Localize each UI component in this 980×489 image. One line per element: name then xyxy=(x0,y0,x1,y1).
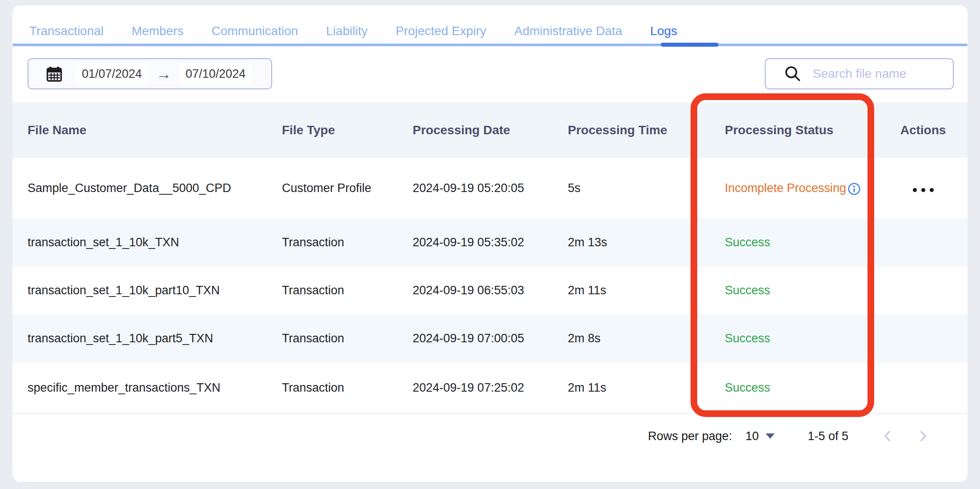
file-type-cell: Transaction xyxy=(282,284,413,297)
pagination-range: 1-5 of 5 xyxy=(807,429,848,443)
file-type-cell: Transaction xyxy=(282,332,413,345)
file-name-cell: transaction_set_1_10k_part5_TXN xyxy=(28,332,282,345)
active-tab-indicator xyxy=(661,43,719,47)
processing-date-cell: 2024-09-19 07:00:05 xyxy=(413,332,568,345)
logs-panel: Transactional Members Communication Liab… xyxy=(12,5,968,482)
file-type-cell: Transaction xyxy=(282,236,413,249)
file-name-cell: transaction_set_1_10k_TXN xyxy=(28,236,282,249)
calendar-icon xyxy=(45,65,63,83)
file-type-cell: Customer Profile xyxy=(282,181,413,195)
table-row: transaction_set_1_10k_TXN Transaction 20… xyxy=(12,218,968,267)
table-row: specific_member_transactions_TXN Transac… xyxy=(12,363,968,414)
actions-menu-button[interactable] xyxy=(911,185,936,195)
processing-time-cell: 5s xyxy=(568,181,725,195)
pagination-bar: Rows per page: 10 1-5 of 5 xyxy=(648,422,929,450)
tab-liability[interactable]: Liability xyxy=(326,24,367,38)
tab-projected-expiry[interactable]: Projected Expiry xyxy=(396,24,486,38)
tab-administrative-data[interactable]: Administrative Data xyxy=(514,24,623,38)
processing-date-cell: 2024-09-19 07:25:02 xyxy=(413,381,568,395)
processing-status-cell: Incomplete Processing xyxy=(725,181,894,195)
tab-members[interactable]: Members xyxy=(132,24,184,38)
tab-bar: Transactional Members Communication Liab… xyxy=(12,14,677,48)
file-name-cell: specific_member_transactions_TXN xyxy=(28,381,282,395)
search-box[interactable] xyxy=(765,58,954,89)
table-row: transaction_set_1_10k_part5_TXN Transact… xyxy=(12,314,968,363)
file-name-cell: Sample_Customer_Data__5000_CPD xyxy=(28,181,282,195)
processing-time-cell: 2m 11s xyxy=(568,381,725,395)
column-header-file-type: File Type xyxy=(282,123,413,137)
tab-transactional[interactable]: Transactional xyxy=(29,24,104,38)
caret-down-icon xyxy=(766,433,775,439)
processing-status-cell: Success xyxy=(725,284,894,297)
search-input[interactable] xyxy=(813,67,942,81)
start-date-field[interactable]: 01/07/2024 xyxy=(76,64,148,84)
processing-time-cell: 2m 13s xyxy=(568,236,725,249)
column-header-actions: Actions xyxy=(894,123,952,137)
end-date-field[interactable]: 07/10/2024 xyxy=(179,64,252,84)
table-body: Sample_Customer_Data__5000_CPD Customer … xyxy=(12,158,968,414)
search-icon xyxy=(784,65,801,82)
file-type-cell: Transaction xyxy=(282,381,413,395)
column-header-file-name: File Name xyxy=(28,123,282,137)
rows-per-page-select[interactable]: 10 xyxy=(745,429,775,443)
tab-underline-track xyxy=(12,44,968,46)
column-header-processing-time: Processing Time xyxy=(568,123,725,137)
processing-time-cell: 2m 11s xyxy=(568,284,725,297)
processing-date-cell: 2024-09-19 05:20:05 xyxy=(413,181,568,195)
table-header-row: File Name File Type Processing Date Proc… xyxy=(12,102,968,158)
table-row: Sample_Customer_Data__5000_CPD Customer … xyxy=(12,158,968,218)
status-text: Incomplete Processing xyxy=(725,181,846,195)
info-icon[interactable] xyxy=(847,182,861,196)
rows-per-page-value: 10 xyxy=(745,429,759,443)
rows-per-page-label: Rows per page: xyxy=(648,429,732,443)
chevron-left-icon[interactable] xyxy=(881,428,894,444)
file-name-cell: transaction_set_1_10k_part10_TXN xyxy=(28,284,282,297)
processing-status-cell: Success xyxy=(725,332,894,345)
processing-status-cell: Success xyxy=(725,381,894,395)
tab-logs[interactable]: Logs xyxy=(650,24,677,38)
column-header-processing-status: Processing Status xyxy=(725,123,894,137)
actions-cell xyxy=(894,181,952,195)
arrow-right-icon: → xyxy=(156,65,171,83)
table-row: transaction_set_1_10k_part10_TXN Transac… xyxy=(12,267,968,314)
chevron-right-icon[interactable] xyxy=(917,428,929,444)
column-header-processing-date: Processing Date xyxy=(413,123,568,137)
processing-date-cell: 2024-09-19 06:55:03 xyxy=(413,284,568,297)
date-range-picker[interactable]: 01/07/2024 → 07/10/2024 xyxy=(28,58,272,89)
processing-date-cell: 2024-09-19 05:35:02 xyxy=(413,236,568,249)
processing-time-cell: 2m 8s xyxy=(568,332,725,345)
processing-status-cell: Success xyxy=(725,236,894,249)
tab-communication[interactable]: Communication xyxy=(212,24,298,38)
